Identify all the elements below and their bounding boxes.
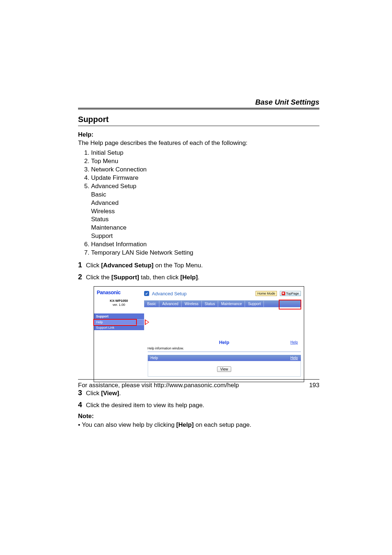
step-2: 2 Click the [Support] tab, then click [H… xyxy=(78,273,319,281)
list-item: Wireless xyxy=(91,207,319,216)
manual-page: Base Unit Settings Support Help: The Hel… xyxy=(0,0,392,429)
help-title-row: Help Help xyxy=(148,340,301,345)
list-item: Top Menu xyxy=(91,157,319,166)
sidebar-item-support-link[interactable]: Support Link xyxy=(94,325,144,330)
list-item: Initial Setup xyxy=(91,149,319,157)
help-bar-link[interactable]: Help xyxy=(290,356,298,360)
shield-icon: ✔ xyxy=(144,291,149,296)
list-item: Maintenance xyxy=(91,224,319,232)
brand-logo: Panasonic xyxy=(97,289,141,295)
screenshot-body: Help Help Help information window. Help … xyxy=(94,330,304,382)
close-icon: ✖ xyxy=(282,292,285,295)
note-text: on each setup page. xyxy=(194,421,252,428)
help-bar-label: Help xyxy=(151,356,158,360)
list-item: Update Firmware xyxy=(91,174,319,182)
screenshot-sidebar: Panasonic KX-WP1050 ver. 1.00 Support He… xyxy=(94,287,144,330)
page-footer: For assistance, please visit http://www.… xyxy=(78,379,319,389)
help-subhead: Help: xyxy=(78,131,319,138)
step-text: Click the xyxy=(86,274,111,281)
firmware-version: ver. 1.00 xyxy=(113,303,125,307)
help-section-bar: Help Help xyxy=(148,355,301,361)
list-item: Advanced Setup Basic Advanced Wireless S… xyxy=(91,182,319,241)
sidebar-item-help[interactable]: Help xyxy=(94,319,144,325)
sidebar-item-label: Help xyxy=(96,320,103,324)
highlight-box xyxy=(279,300,301,309)
note-text: You can also view help by clicking xyxy=(82,421,176,428)
sidebar-menu: Support Help Support Link xyxy=(94,313,144,330)
step-text: Click xyxy=(86,262,101,269)
page-title: Advanced Setup xyxy=(152,291,187,296)
view-button[interactable]: View xyxy=(217,366,232,372)
step-number: 1 xyxy=(78,261,82,269)
step-text: Click the desired item to view its help … xyxy=(86,402,204,409)
step-text-bold: [Help] xyxy=(180,274,198,281)
sidebar-item-label: Support Link xyxy=(96,326,115,329)
tab-status[interactable]: Status xyxy=(202,301,218,307)
step-text: on the Top Menu. xyxy=(154,262,203,269)
screenshot-window: Panasonic KX-WP1050 ver. 1.00 Support He… xyxy=(94,286,304,382)
step-text: . xyxy=(119,390,121,397)
footer-assistance-text: For assistance, please visit http://www.… xyxy=(78,382,239,389)
step-text: . xyxy=(198,274,200,281)
tab-support[interactable]: Support xyxy=(245,301,264,307)
highlight-arrow-icon xyxy=(145,319,149,325)
sidebar-title: Support xyxy=(94,313,144,319)
top-page-label: TopPage xyxy=(286,292,299,295)
tab-bar: Basic Advanced Wireless Status Maintenan… xyxy=(144,300,301,307)
note-bullet: You can also view help by clicking [Help… xyxy=(78,421,319,429)
model-number: KX-WP1050 xyxy=(110,299,128,303)
advanced-sub-list: Basic Advanced Wireless Status Maintenan… xyxy=(91,191,319,241)
top-page-button[interactable]: ✖ TopPage xyxy=(280,291,301,296)
help-corner-link[interactable]: Help xyxy=(290,340,298,344)
tab-advanced[interactable]: Advanced xyxy=(159,301,181,307)
help-ordered-list: Initial Setup Top Menu Network Connectio… xyxy=(78,149,319,257)
step-text-bold: [Advanced Setup] xyxy=(101,262,154,269)
list-item: Support xyxy=(91,232,319,240)
step-number: 4 xyxy=(78,401,82,409)
step-text: tab, then click xyxy=(139,274,180,281)
tab-maintenance[interactable]: Maintenance xyxy=(218,301,245,307)
help-view-row: View xyxy=(148,361,301,377)
help-description: Help information window. xyxy=(148,347,301,350)
note-subhead: Note: xyxy=(78,413,319,420)
step-number: 2 xyxy=(78,273,82,281)
home-mode-button[interactable]: Home Mode xyxy=(256,291,277,296)
list-item-label: Advanced Setup xyxy=(91,183,136,190)
step-4: 4 Click the desired item to view its hel… xyxy=(78,401,319,409)
screenshot-main: ✔ Advanced Setup Home Mode ✖ TopPage Bas… xyxy=(144,287,304,307)
main-header: ✔ Advanced Setup Home Mode ✖ TopPage xyxy=(144,289,301,297)
model-info: KX-WP1050 ver. 1.00 xyxy=(97,299,141,307)
step-1: 1 Click [Advanced Setup] on the Top Menu… xyxy=(78,261,319,269)
section-divider xyxy=(78,126,319,126)
step-text-bold: [Support] xyxy=(111,274,139,281)
list-item: Temporary LAN Side Network Setting xyxy=(91,249,319,257)
section-title: Support xyxy=(78,115,319,124)
tab-basic[interactable]: Basic xyxy=(144,301,159,307)
footer-divider xyxy=(78,379,319,380)
step-3: 3 Click [View]. xyxy=(78,389,319,397)
list-item: Basic xyxy=(91,191,319,199)
list-item: Status xyxy=(91,215,319,224)
note-text-bold: [Help] xyxy=(176,421,194,428)
screenshot-header-area: Panasonic KX-WP1050 ver. 1.00 Support He… xyxy=(94,287,304,330)
list-item: Network Connection xyxy=(91,166,319,174)
step-text: Click xyxy=(86,390,101,397)
list-item: Advanced xyxy=(91,199,319,207)
step-number: 3 xyxy=(78,389,82,397)
header-divider xyxy=(78,108,319,110)
page-number: 193 xyxy=(309,382,319,389)
screenshot-figure: Panasonic KX-WP1050 ver. 1.00 Support He… xyxy=(78,286,319,382)
breadcrumb-header: Base Unit Settings xyxy=(78,98,319,108)
step-text-bold: [View] xyxy=(101,390,119,397)
tab-wireless[interactable]: Wireless xyxy=(181,301,201,307)
list-item: Handset Information xyxy=(91,240,319,249)
help-page-title: Help xyxy=(219,340,229,345)
help-intro: The Help page describes the features of … xyxy=(78,139,319,147)
divider xyxy=(148,352,301,352)
